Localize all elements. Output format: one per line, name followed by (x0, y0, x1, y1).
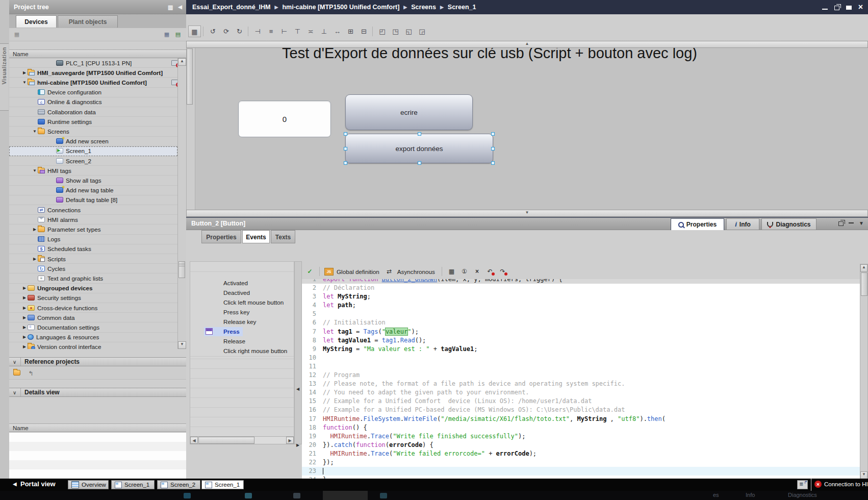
tab-devices[interactable]: Devices (16, 15, 57, 28)
selection-handle[interactable] (491, 161, 495, 165)
selection-handle[interactable] (491, 132, 495, 136)
events-hscrollbar[interactable]: ◀ ▶ (190, 436, 294, 444)
screen-canvas[interactable]: Test d'Export de données sur clé usb (Sc… (186, 41, 868, 217)
selection-handle[interactable] (418, 132, 421, 136)
scroll-right-icon[interactable]: ▶ (286, 437, 294, 444)
event-item-release[interactable]: Release (190, 337, 294, 347)
event-item-click-left-mouse-button[interactable]: Click left mouse button (190, 298, 294, 308)
tree-item[interactable]: ▼HMI tags (9, 166, 177, 176)
expand-icon[interactable]: ▶ (21, 295, 28, 300)
canvas-scrollbar-thumb[interactable] (187, 48, 193, 105)
tab-properties[interactable]: Properties (201, 230, 241, 243)
columns-icon[interactable]: ▥ (168, 0, 173, 14)
screen-manage-icon[interactable]: ▦ (188, 26, 201, 37)
distribute-horizontal-icon[interactable]: ↔ (331, 26, 344, 37)
minimize-panel-icon[interactable] (849, 222, 854, 223)
align-middle-icon[interactable]: ≍ (304, 26, 317, 37)
insert-tag-icon[interactable]: ① (459, 267, 469, 276)
tree-item[interactable]: PLC_1 [CPU 1513-1 PN] (9, 58, 177, 68)
validate-script-icon[interactable]: ✓ (305, 267, 315, 276)
back-arrow-icon[interactable]: ◀ (13, 481, 17, 487)
tree-item[interactable]: Add new screen (9, 137, 177, 146)
tree-scrollbar-thumb[interactable] (178, 261, 185, 278)
expand-icon[interactable]: ▶ (21, 306, 28, 310)
tree-item[interactable]: ¿Online & diagnostics (9, 97, 177, 107)
log-export-icon[interactable] (797, 480, 808, 489)
expand-icon[interactable]: ▶ (21, 315, 28, 320)
align-left-icon[interactable]: ⊣ (251, 26, 264, 37)
tree-item[interactable]: ▶Ungrouped devices (9, 284, 177, 293)
tree-item[interactable]: ⇄Connections (9, 205, 177, 215)
side-tab-properties[interactable]: Properties (671, 218, 724, 230)
scroll-down-icon[interactable]: ▼ (186, 210, 868, 217)
script-editor[interactable]: 1export function Button_2_OnDown(item, x… (302, 275, 860, 480)
portal-view-button[interactable]: Portal view (20, 480, 56, 488)
tree-item[interactable]: ▼hmi-cabine [MTP1500 Unified Comfort] (9, 78, 177, 87)
script-scrollbar[interactable]: ▲ ▼ (860, 264, 868, 480)
close-icon[interactable]: × (858, 1, 863, 14)
breadcrumb-project[interactable]: Essai_Export_donné_IHM (192, 4, 271, 11)
selection-handle[interactable] (418, 161, 421, 165)
selection-handle[interactable] (344, 161, 347, 165)
tree-item[interactable]: HMI alarms (9, 215, 177, 224)
event-item-press-key[interactable]: Press key (190, 308, 294, 318)
tree-scrollbar[interactable]: ▲ ▼ (177, 58, 186, 349)
event-item-release-key[interactable]: Release key (190, 317, 294, 328)
send-to-back-icon[interactable]: ◳ (389, 26, 402, 37)
collapse-icon[interactable]: ▼ (32, 168, 38, 173)
tree-item[interactable]: ▶Documentation settings (9, 322, 177, 332)
collapse-left-icon[interactable]: ◀ (296, 387, 299, 391)
expand-icon[interactable]: ▶ (32, 227, 38, 232)
undo-invalid-icon[interactable]: ↶ (485, 267, 495, 276)
align-top-icon[interactable]: ⊤ (291, 26, 304, 37)
expand-icon[interactable]: ▶ (21, 335, 28, 339)
float-panel-icon[interactable] (838, 221, 844, 226)
scroll-up-icon[interactable]: ▲ (860, 264, 867, 272)
tab-plant-objects[interactable]: Plant objects (58, 15, 118, 28)
side-tab-diagnostics[interactable]: Diagnostics (761, 218, 816, 230)
expand-icon[interactable]: ▶ (21, 286, 28, 290)
tree-item[interactable]: Add new tag table (9, 186, 177, 195)
tree-item[interactable]: ▶xCross-device functions (9, 303, 177, 313)
reference-projects-header[interactable]: ∨ Reference projects (9, 357, 186, 366)
align-bottom-icon[interactable]: ⊥ (318, 26, 330, 37)
tree-item[interactable]: ▶HMI_sauvegarde [MTP1500 Unified Comfort… (9, 68, 177, 78)
scroll-up-icon[interactable]: ▲ (186, 41, 868, 48)
event-item-activated[interactable]: Activated (190, 279, 294, 289)
export-donnees-button[interactable]: export données (345, 134, 493, 163)
tree-item[interactable]: Screen_1 (9, 146, 177, 156)
taskbar-button-overview[interactable]: Overview (68, 480, 109, 489)
events-splitter[interactable]: ◀ ▶ (294, 261, 302, 444)
collapse-icon[interactable]: ▼ (21, 80, 28, 85)
tree-item[interactable]: ≡Text and graphic lists (9, 273, 177, 283)
events-hscrollbar-thumb[interactable] (198, 437, 254, 444)
scroll-down-icon[interactable]: ▼ (178, 341, 186, 349)
fit-width-icon[interactable]: ⊞ (344, 26, 357, 37)
rotate-left-icon[interactable]: ↺ (207, 26, 219, 37)
expand-icon[interactable]: ▶ (32, 257, 38, 261)
delete-icon[interactable]: × (472, 267, 482, 276)
tree-item[interactable]: Runtime settings (9, 117, 177, 127)
scroll-down-icon[interactable]: ▼ (860, 471, 867, 479)
tree-item[interactable]: ▶Parameter set types (9, 224, 177, 234)
bring-forward-icon[interactable]: ◱ (402, 26, 415, 37)
script-scrollbar-thumb[interactable] (861, 272, 867, 296)
breadcrumb-screen1[interactable]: Screen_1 (448, 4, 476, 11)
collapse-panel-icon[interactable]: ◀ (178, 0, 182, 14)
tree-item[interactable]: ▶Scripts (9, 254, 177, 264)
global-definition-label[interactable]: Global definition (337, 268, 379, 275)
taskbar-button-screen_1[interactable]: Screen_1 (111, 480, 155, 489)
side-tab-info[interactable]: i Info (726, 218, 759, 230)
minimize-icon[interactable] (822, 9, 828, 10)
import-reference-icon[interactable]: ↰ (28, 370, 33, 377)
tree-item[interactable]: ▼Screens (9, 127, 177, 136)
tree-item[interactable]: ▶Version control interface (9, 342, 177, 349)
tree-item[interactable]: ▶Security settings (9, 293, 177, 303)
rotate-free-icon[interactable]: ⟳ (220, 26, 233, 37)
taskbar-button-screen_1[interactable]: Screen_1 (201, 480, 244, 489)
breadcrumb-device[interactable]: hmi-cabine [MTP1500 Unified Comfort] (282, 4, 399, 11)
bring-to-front-icon[interactable]: ◰ (376, 26, 389, 37)
selection-handle[interactable] (344, 132, 347, 136)
redo-invalid-icon[interactable]: ↷ (498, 267, 507, 276)
selection-handle[interactable] (491, 147, 495, 151)
